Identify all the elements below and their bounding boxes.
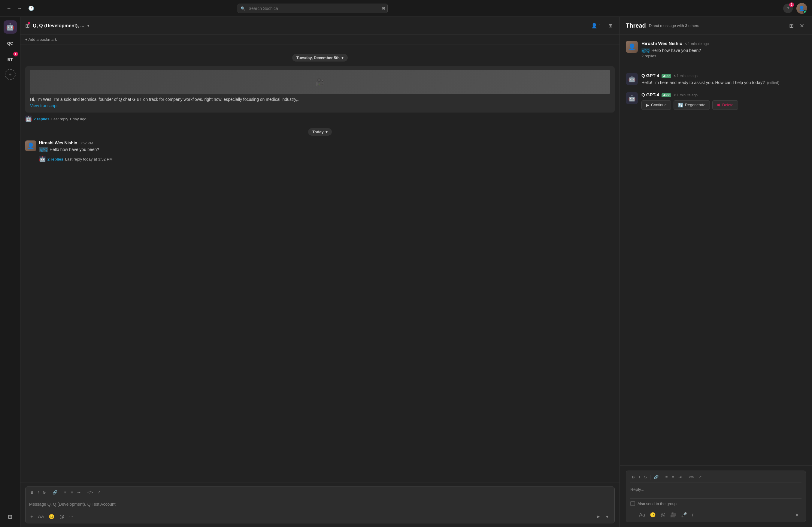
search-input[interactable] (237, 4, 388, 13)
channel-title[interactable]: Q, Q (Development), ... (33, 23, 84, 29)
thread-divider-3 (685, 475, 685, 480)
thread-message-3: 🤖 Q GPT-4 APP < 1 minute ago ▶ Continue (626, 92, 806, 110)
delete-button[interactable]: ✖ Delete (712, 100, 738, 110)
compose-more-button[interactable]: ··· (68, 513, 74, 521)
continue-button[interactable]: ▶ Continue (641, 100, 671, 110)
compose-add-button[interactable]: + (29, 513, 34, 521)
thread-compose-input[interactable]: Reply... (630, 485, 801, 496)
thread-expand-button[interactable]: ⊞ (787, 21, 796, 30)
sidebar-item-bt[interactable]: BT 1 (4, 53, 17, 66)
today-message-author: Hiroshi Wes Nishio (39, 140, 77, 145)
thread-format-button[interactable]: Aa (638, 511, 646, 519)
continue-icon: ▶ (646, 103, 649, 107)
main-layout: 🤖 QC BT 1 + ⊞ ⊞ Q, Q (Development), ... … (0, 17, 812, 527)
sidebar-item-home[interactable]: 🤖 (4, 20, 17, 34)
forward-button[interactable]: → (16, 4, 24, 12)
message-body: Hello how have you been? (48, 147, 99, 152)
old-message-bubble: 🎥 Hi, I'm Wes. I'm a solo and technical … (25, 66, 615, 112)
old-replies-link[interactable]: 2 replies (34, 117, 49, 121)
history-button[interactable]: 🕐 (26, 4, 36, 12)
search-filter-button[interactable]: ⊟ (382, 6, 385, 11)
compose-emoji-button[interactable]: 🙂 (47, 513, 56, 521)
thread-message-2-edited: (edited) (767, 81, 779, 85)
back-button[interactable]: ← (5, 4, 13, 12)
code-button[interactable]: </> (86, 489, 95, 496)
date-chevron-today-icon: ▾ (325, 130, 328, 134)
old-message-replies: 🤖 2 replies Last reply 1 day ago (25, 114, 615, 123)
thread-messages[interactable]: 👤 Hiroshi Wes Nishio < 1 minute ago @Q H… (620, 35, 812, 466)
today-message-row: 👤 Hiroshi Wes Nishio 3:52 PM @Q Hello ho… (25, 140, 615, 153)
compose-format-button[interactable]: Aa (37, 513, 45, 521)
thread-compose-bottom: + Aa 🙂 @ 🎥 🎤 / ➤ (630, 508, 801, 519)
strikethrough-button[interactable]: S (41, 489, 47, 496)
thread-close-button[interactable]: ✕ (798, 21, 806, 30)
old-last-reply: Last reply 1 day ago (52, 117, 86, 121)
members-icon: 👤 (591, 23, 597, 28)
thread-send-button[interactable]: ➤ (793, 511, 801, 519)
compose-send-button[interactable]: ➤ (594, 513, 603, 521)
thread-compose-bottom-left: + Aa 🙂 @ 🎥 🎤 / (630, 511, 695, 519)
thread-indent-button[interactable]: ⇥ (677, 474, 683, 480)
topbar: ← → 🕐 🔍 ⊟ ? 2 👤 (0, 0, 812, 17)
thread-divider-2 (662, 475, 662, 480)
toolbar-divider-1 (49, 490, 49, 495)
thread-strike-button[interactable]: S (643, 474, 648, 480)
bold-button[interactable]: B (29, 489, 35, 496)
also-send-checkbox[interactable] (630, 501, 635, 506)
thread-ol-button[interactable]: ≡ (664, 474, 669, 480)
thread-add-button[interactable]: + (630, 511, 635, 519)
thread-bold-button[interactable]: B (630, 474, 636, 480)
thread-message-3-app-badge: APP (662, 93, 671, 97)
thread-ul-button[interactable]: ≡ (670, 474, 676, 480)
today-last-reply: Last reply today at 3:52 PM (65, 157, 113, 162)
compose-mention-button[interactable]: @ (58, 513, 66, 521)
search-icon: 🔍 (241, 6, 245, 11)
thread-share-button[interactable]: ↗ (697, 474, 703, 480)
date-pill-old[interactable]: Tuesday, December 5th ▾ (292, 54, 348, 61)
thread-hiroshi-avatar: 👤 (626, 41, 638, 53)
thread-message-2: 🤖 Q GPT-4 APP < 1 minute ago Hello! I'm … (626, 73, 806, 86)
thread-compose-box: B I S 🔗 ≡ ≡ ⇥ </> ↗ Reply... Also send (626, 470, 806, 522)
view-transcript-link[interactable]: View transcript (30, 103, 58, 108)
italic-button[interactable]: I (36, 489, 40, 496)
messages-area[interactable]: Tuesday, December 5th ▾ 🎥 Hi, I'm Wes. I… (20, 44, 620, 483)
thread-slash-button[interactable]: / (691, 511, 694, 519)
today-replies-link[interactable]: 2 replies (47, 157, 63, 162)
thread-mention-button[interactable]: @ (659, 511, 667, 519)
thread-link-button[interactable]: 🔗 (652, 474, 660, 480)
regenerate-button[interactable]: 🔄 Regenerate (673, 100, 710, 110)
toolbar-divider-2 (61, 490, 61, 495)
compose-bottom-left: + Aa 🙂 @ ··· (29, 513, 74, 521)
today-reply-avatar: 🤖 (39, 156, 46, 162)
thread-italic-button[interactable]: I (637, 474, 641, 480)
bookmark-bar[interactable]: + Add a bookmark (20, 35, 620, 44)
indent-button[interactable]: ⇥ (76, 489, 82, 496)
sidebar-add-button[interactable]: + (5, 69, 16, 80)
date-label-today: Today (312, 130, 323, 134)
thread-message-1-time: < 1 minute ago (685, 42, 709, 46)
link-button[interactable]: 🔗 (51, 489, 59, 496)
compose-toolbar: B I S 🔗 ≡ ≡ ⇥ </> ↗ (29, 489, 611, 498)
compose-input[interactable]: Message Q, Q (Development), Q Test Accou… (29, 501, 611, 510)
members-button[interactable]: 👤 1 (589, 21, 604, 30)
unordered-list-button[interactable]: ≡ (69, 489, 74, 496)
thread-message-3-content: Q GPT-4 APP < 1 minute ago ▶ Continue 🔄 … (641, 92, 806, 110)
user-avatar[interactable]: 👤 (796, 3, 807, 14)
thread-message-2-text: Hello! I'm here and ready to assist you.… (641, 79, 806, 86)
thread-also-send-row: Also send to the group (630, 498, 801, 508)
sidebar-toggle-button[interactable]: ⊞ (4, 510, 17, 523)
thread-panel: Thread Direct message with 3 others ⊞ ✕ … (620, 17, 812, 527)
thread-video-button[interactable]: 🎥 (669, 511, 678, 519)
help-button[interactable]: ? 2 (783, 4, 793, 13)
add-channel-button[interactable]: ⊞ (606, 21, 615, 30)
ordered-list-button[interactable]: ≡ (63, 489, 68, 496)
thread-emoji-button[interactable]: 🙂 (649, 511, 657, 519)
today-message-time: 3:52 PM (79, 141, 93, 145)
share-button[interactable]: ↗ (96, 489, 102, 496)
thread-mic-button[interactable]: 🎤 (680, 511, 688, 519)
thread-message-2-body: Hello! I'm here and ready to assist you.… (641, 80, 765, 85)
thread-code-button[interactable]: </> (687, 474, 696, 480)
compose-send-chevron[interactable]: ▾ (604, 513, 611, 521)
date-pill-today[interactable]: Today ▾ (308, 128, 332, 136)
sidebar-item-qc[interactable]: QC (4, 36, 17, 50)
